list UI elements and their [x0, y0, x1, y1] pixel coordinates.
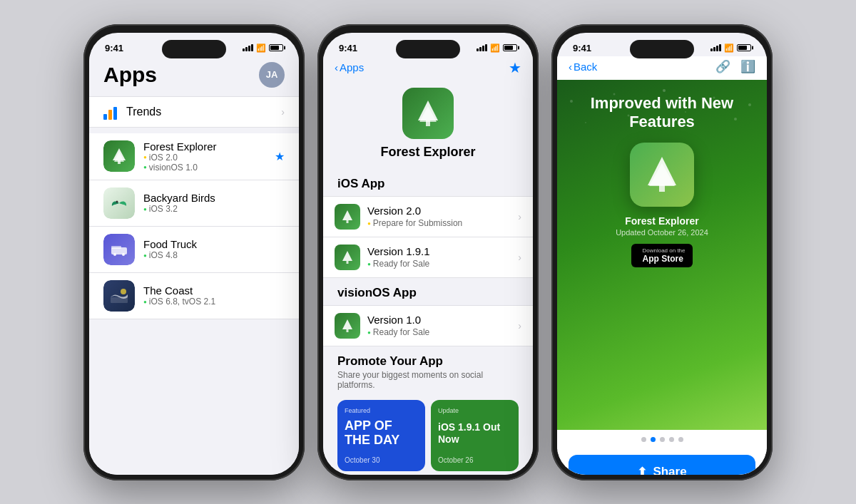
- version-icon-ios-1: [335, 204, 360, 230]
- phone-1-screen: 9:41 📶 Apps: [89, 33, 299, 475]
- screen1-content: Apps JA Trends ›: [89, 56, 299, 475]
- trends-left: Trends: [103, 104, 161, 120]
- svg-point-6: [113, 253, 116, 256]
- svg-rect-2: [118, 160, 121, 164]
- trends-label: Trends: [126, 106, 161, 118]
- wifi-icon-1: 📶: [256, 43, 266, 53]
- app-icon-birds: [103, 187, 135, 219]
- app-info-forest: Forest Explorer ● iOS 2.0 ● visionOS 1.0: [143, 140, 275, 173]
- badge-bottom: App Store: [642, 254, 685, 264]
- list-item[interactable]: Backyard Birds ● iOS 3.2: [89, 180, 299, 227]
- version-row-vision-1[interactable]: Version 1.0 ● Ready for Sale ›: [323, 306, 533, 346]
- dot-1: [641, 437, 646, 442]
- dynamic-island-2: [396, 40, 460, 58]
- signal-icon-2: [477, 44, 487, 51]
- version-info-ios-2: Version 1.9.1 ● Ready for Sale: [367, 245, 518, 269]
- screen2-content: ‹ Apps ★ Forest Explorer: [323, 56, 533, 475]
- wifi-icon-2: 📶: [490, 43, 500, 53]
- screen3-content: ‹ Back 🔗 ℹ️: [557, 56, 767, 475]
- feature-banner: Improved with New Features Forest Explor…: [557, 80, 767, 430]
- apps-header: Apps JA: [89, 56, 299, 96]
- app-header-2: Forest Explorer: [323, 82, 533, 170]
- promo-main-featured: APP OF THE DAY: [345, 419, 418, 448]
- feature-app-date: Updated October 26, 2024: [616, 228, 708, 237]
- version-status-vision-1: ● Ready for Sale: [367, 327, 518, 337]
- promote-subtitle: Share your biggest moments on social pla…: [337, 370, 519, 390]
- app-info-birds: Backyard Birds ● iOS 3.2: [143, 192, 285, 214]
- svg-point-9: [121, 289, 126, 294]
- wifi-icon-3: 📶: [724, 43, 734, 53]
- version-icon-vision-1: [335, 313, 360, 339]
- info-icon-3[interactable]: ℹ️: [740, 59, 755, 74]
- app-info-coast: The Coast ● iOS 6.8, tvOS 2.1: [143, 284, 285, 307]
- feature-app-name: Forest Explorer: [625, 215, 698, 227]
- page-dots: [557, 430, 767, 449]
- version-icon-ios-2: [335, 245, 360, 270]
- back-button-2[interactable]: ‹ Apps: [335, 61, 364, 73]
- badge-top: Download on the: [642, 247, 685, 254]
- svg-rect-12: [426, 120, 430, 126]
- share-button[interactable]: ⬆ Share: [569, 455, 755, 475]
- phone-1: 9:41 📶 Apps: [83, 24, 305, 480]
- version-row-ios-1[interactable]: Version 2.0 ● Prepare for Submission ›: [323, 197, 533, 237]
- svg-marker-29: [649, 163, 675, 186]
- app-store-badge[interactable]: Download on the App Store: [631, 244, 692, 267]
- dot-4: [669, 437, 674, 442]
- promo-cards: Featured APP OF THE DAY October 30 Updat…: [323, 394, 533, 475]
- svg-rect-16: [347, 261, 349, 264]
- version-chevron-1: ›: [518, 211, 521, 222]
- promote-section: Promote Your App Share your biggest mome…: [323, 347, 533, 394]
- status-icons-1: 📶: [243, 43, 283, 53]
- status-icons-2: 📶: [477, 43, 517, 53]
- list-item[interactable]: The Coast ● iOS 6.8, tvOS 2.1: [89, 273, 299, 319]
- svg-rect-5: [111, 246, 121, 249]
- promote-title: Promote Your App: [337, 354, 519, 369]
- battery-icon-3: [737, 44, 751, 51]
- promo-tag-update: Update: [438, 407, 511, 414]
- share-icon: ⬆: [637, 465, 647, 475]
- version-row-ios-2[interactable]: Version 1.9.1 ● Ready for Sale ›: [323, 237, 533, 277]
- dot-3: [660, 437, 665, 442]
- app-name-birds: Backyard Birds: [143, 192, 285, 204]
- signal-icon-1: [243, 44, 253, 51]
- svg-rect-30: [659, 185, 665, 192]
- back-label-3: Back: [574, 61, 597, 73]
- app-name-forest: Forest Explorer: [143, 140, 275, 153]
- nav-icons-3: 🔗 ℹ️: [715, 59, 755, 74]
- feature-app-icon: [630, 143, 694, 207]
- svg-point-3: [116, 200, 118, 202]
- list-item[interactable]: Food Truck ● iOS 4.8: [89, 227, 299, 273]
- trends-row[interactable]: Trends ›: [89, 96, 299, 128]
- star-icon: ★: [275, 150, 285, 163]
- version-name-vision-1: Version 1.0: [367, 314, 518, 326]
- dot-5: [678, 437, 683, 442]
- app-info-food: Food Truck ● iOS 4.8: [143, 238, 285, 260]
- dynamic-island-1: [162, 40, 226, 58]
- version-status-ios-2: ● Ready for Sale: [367, 259, 518, 269]
- svg-point-7: [122, 253, 125, 256]
- back-chevron-2: ‹: [335, 61, 338, 73]
- promo-card-featured[interactable]: Featured APP OF THE DAY October 30: [337, 400, 425, 471]
- app-meta2-forest: ● visionOS 1.0: [143, 163, 275, 173]
- svg-marker-15: [342, 251, 352, 261]
- promo-tag-featured: Featured: [345, 407, 418, 414]
- nav-bar-3: ‹ Back 🔗 ℹ️: [557, 56, 767, 80]
- link-icon-3[interactable]: 🔗: [715, 59, 730, 74]
- signal-icon-3: [710, 44, 721, 51]
- app-icon-forest: [103, 140, 135, 172]
- version-info-vision-1: Version 1.0 ● Ready for Sale: [367, 314, 518, 337]
- svg-rect-14: [347, 220, 349, 223]
- list-item[interactable]: Forest Explorer ● iOS 2.0 ● visionOS 1.0…: [89, 133, 299, 180]
- app-icon-food: [103, 234, 135, 265]
- version-chevron-vision: ›: [518, 320, 521, 331]
- back-button-3[interactable]: ‹ Back: [569, 61, 597, 73]
- trends-chevron: ›: [281, 106, 285, 118]
- svg-rect-18: [347, 329, 349, 332]
- promo-card-update[interactable]: Update iOS 1.9.1 Out Now October 26: [431, 400, 519, 471]
- version-info-ios-1: Version 2.0 ● Prepare for Submission: [367, 205, 518, 228]
- status-time-3: 9:41: [573, 43, 591, 53]
- dot-2-active: [651, 437, 656, 442]
- avatar[interactable]: JA: [259, 62, 285, 88]
- bookmark-icon-2[interactable]: ★: [509, 59, 521, 76]
- promo-main-update: iOS 1.9.1 Out Now: [438, 421, 511, 446]
